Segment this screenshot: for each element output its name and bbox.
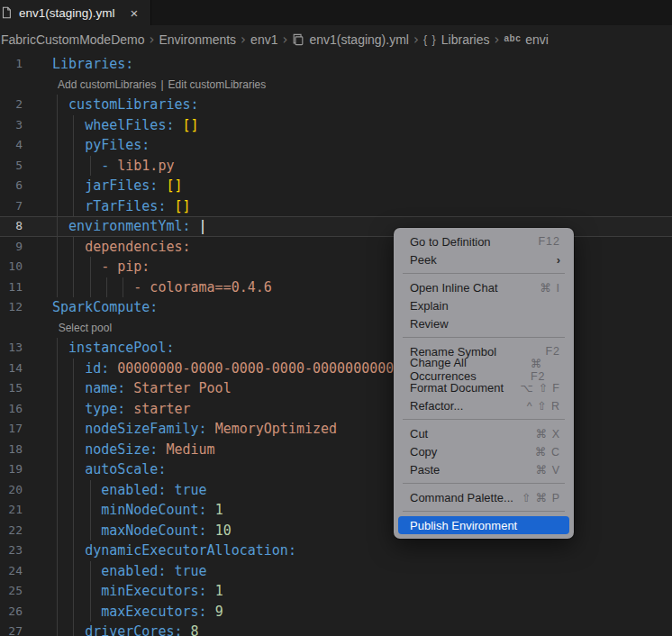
menu-separator (403, 483, 565, 484)
code-line[interactable]: 27 driverCores: 8 (0, 622, 672, 636)
menu-item-open-inline-chat[interactable]: Open Inline Chat⌘ I (398, 278, 569, 296)
code-line[interactable]: 24 enabled: true (0, 561, 672, 582)
menu-item-review[interactable]: Review (398, 314, 569, 332)
menu-item-publish-environment[interactable]: Publish Environment (398, 516, 569, 534)
tab-env1-staging-yml[interactable]: env1(staging).yml × (0, 0, 151, 25)
menu-item-explain[interactable]: Explain (398, 296, 569, 314)
menu-separator (403, 337, 565, 338)
submenu-chevron-icon: › (557, 253, 560, 267)
line-number: 16 (0, 399, 32, 420)
code-line[interactable]: 6 jarFiles: [] (0, 176, 672, 196)
code-line-content: SparkCompute: (52, 297, 158, 318)
code-line[interactable]: 3 wheelFiles: [] (0, 115, 672, 136)
line-number: 8 (0, 217, 32, 236)
indent-spaces (52, 583, 101, 599)
code-line[interactable]: 26 maxExecutors: 9 (0, 602, 672, 622)
code-line-content: dynamicExecutorAllocation: (52, 541, 296, 561)
line-number: 12 (0, 297, 32, 318)
chevron-right-icon: › (409, 32, 423, 48)
indent-guide (73, 459, 74, 480)
code-token: | (199, 218, 207, 234)
code-token: autoScale: (85, 461, 166, 477)
indent-guide (57, 156, 58, 177)
code-token: - colorama==0.4.6 (133, 279, 272, 295)
breadcrumb-label: FabricCustomModeDemo (1, 32, 145, 47)
code-token (207, 604, 215, 620)
breadcrumb-item-environments[interactable]: Environments (159, 32, 237, 47)
line-number: 5 (0, 156, 32, 177)
indent-spaces (52, 259, 101, 275)
indent-guide (57, 378, 58, 399)
indent-guide (73, 359, 74, 379)
menu-item-change-all-occurrences[interactable]: Change All Occurrences⌘ F2 (398, 360, 569, 378)
indent-guide (73, 277, 74, 298)
codelens-link-add-customlibraries[interactable]: Add customLibraries (58, 78, 156, 91)
code-line-content: rTarFiles: [] (52, 196, 191, 217)
codelens-row[interactable]: Add customLibraries|Edit customLibraries (0, 75, 672, 95)
menu-shortcut: ⌘ V (536, 463, 560, 477)
menu-item-label: Peek (410, 253, 437, 267)
menu-item-go-to-definition[interactable]: Go to DefinitionF12 (398, 232, 569, 250)
code-token: true (174, 563, 206, 579)
indent-guide (106, 277, 107, 298)
indent-guide (90, 561, 91, 582)
code-line[interactable]: 25 minExecutors: 1 (0, 581, 672, 602)
menu-item-command-palette[interactable]: Command Palette...⇧ ⌘ P (398, 488, 569, 506)
code-line-content: enabled: true (52, 561, 207, 582)
breadcrumb-label: envi (525, 32, 549, 47)
abc-icon: abc (504, 33, 521, 43)
code-token: true (174, 482, 206, 498)
menu-item-copy[interactable]: Copy⌘ C (398, 442, 569, 460)
codelens-link-edit-customlibraries[interactable]: Edit customLibraries (168, 78, 267, 91)
code-token: maxNodeCount: (101, 522, 206, 539)
indent-guide (73, 237, 74, 258)
menu-item-refactor[interactable]: Refactor...^ ⇧ R (398, 396, 569, 414)
menu-item-label: Command Palette... (410, 491, 513, 504)
line-number (0, 318, 32, 339)
indent-guide (57, 115, 58, 136)
breadcrumb-item-fabriccustommodedemo[interactable]: FabricCustomModeDemo (1, 32, 145, 47)
tab-bar: env1(staging).yml × (0, 0, 672, 25)
code-line[interactable]: 4 pyFiles: (0, 135, 672, 156)
code-line-content: nodeSizeFamily: MemoryOptimized (52, 419, 337, 440)
indent-guide (73, 196, 74, 217)
line-number: 27 (0, 622, 32, 636)
indent-guide (90, 500, 91, 521)
indent-guide (73, 135, 74, 156)
code-line[interactable]: 7 rTarFiles: [] (0, 196, 672, 217)
breadcrumb-item-env1-staging-yml[interactable]: env1(staging).yml (292, 32, 409, 47)
breadcrumb-item-libraries[interactable]: { }Libraries (423, 32, 490, 47)
code-token: maxExecutors: (101, 604, 206, 620)
indent-guide (73, 257, 74, 277)
indent-spaces (52, 604, 101, 620)
vscode-window: env1(staging).yml × FabricCustomModeDemo… (0, 0, 672, 636)
menu-separator (403, 511, 565, 512)
indent-guide (73, 541, 74, 561)
code-line[interactable]: 2 customLibraries: (0, 95, 672, 115)
close-icon[interactable]: × (127, 5, 142, 22)
code-line-content: instancePool: (52, 338, 174, 359)
indent-guide (57, 541, 58, 561)
breadcrumb-item-env1[interactable]: env1 (250, 32, 277, 47)
code-token: minNodeCount: (101, 502, 206, 518)
code-token: nodeSize: (85, 441, 158, 458)
indent-guide (90, 521, 91, 541)
code-token: [] (166, 177, 182, 194)
line-number: 7 (0, 196, 32, 217)
codelens-link-select-pool[interactable]: Select pool (59, 322, 112, 334)
menu-item-format-document[interactable]: Format Document⌥ ⇧ F (398, 378, 569, 396)
code-line[interactable]: 1Libraries: (0, 54, 672, 75)
line-number: 20 (0, 480, 32, 501)
code-line-content: type: starter (52, 399, 191, 420)
menu-item-paste[interactable]: Paste⌘ V (398, 460, 569, 478)
line-number: 21 (0, 500, 32, 521)
menu-item-peek[interactable]: Peek› (398, 250, 569, 268)
code-line[interactable]: 5 - lib1.py (0, 156, 672, 177)
indent-guide (73, 602, 74, 622)
indent-guide (73, 440, 74, 460)
breadcrumb-item-envi[interactable]: abcenvi (504, 32, 548, 47)
code-line-content: pyFiles: (52, 135, 150, 156)
code-line[interactable]: 23 dynamicExecutorAllocation: (0, 541, 672, 561)
menu-item-cut[interactable]: Cut⌘ X (398, 424, 569, 442)
code-line-content: name: Starter Pool (52, 378, 232, 399)
